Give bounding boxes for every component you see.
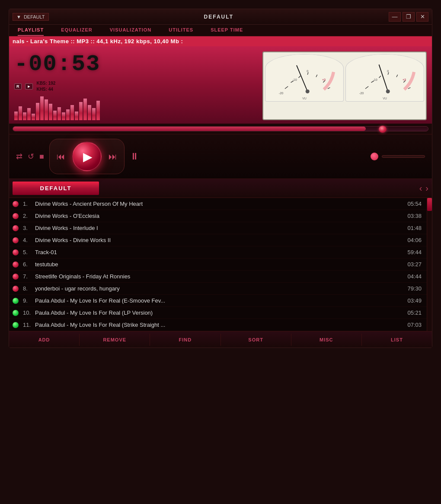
track-title: Paula Abdul - My Love Is For Real (E-Smo…	[35, 297, 402, 304]
find-button[interactable]: FIND	[150, 334, 220, 346]
list-item[interactable]: 6. testutube 03:27	[9, 258, 427, 271]
scrollbar-thumb[interactable]	[427, 198, 432, 211]
track-number: 4.	[23, 237, 35, 243]
restore-button[interactable]: ❐	[403, 12, 415, 22]
spectrum-bar	[66, 109, 70, 120]
stop-button[interactable]: ■	[39, 152, 44, 161]
volume-bar[interactable]	[382, 155, 425, 158]
khs-display: KHS: 44	[36, 86, 55, 93]
track-number: 5.	[23, 249, 35, 255]
track-dot	[13, 262, 19, 268]
track-title: Divine Works - O'Ecclesia	[35, 213, 402, 219]
vu-meter-right: -20 -10 0 +3 VU	[345, 54, 424, 102]
list-item[interactable]: 5. Track-01 59:44	[9, 246, 427, 258]
spectrum-bar	[40, 96, 44, 120]
list-item[interactable]: 2. Divine Works - O'Ecclesia 03:38	[9, 210, 427, 222]
tab-visualization[interactable]: VISUALIZATION	[110, 27, 152, 36]
spectrum-bar	[45, 99, 48, 120]
add-button[interactable]: ADD	[9, 334, 80, 346]
seek-fill	[13, 127, 366, 131]
remove-button[interactable]: REMOVE	[80, 334, 150, 346]
repeat-button[interactable]: ↺	[28, 152, 34, 161]
sort-button[interactable]: SORT	[221, 334, 291, 346]
svg-point-27	[386, 89, 390, 93]
seek-bar[interactable]	[13, 126, 428, 131]
list-item[interactable]: 3. Divine Works - Interlude I 01:48	[9, 222, 427, 234]
spectrum-bar	[32, 114, 35, 120]
next-button[interactable]: ⏭	[109, 152, 117, 162]
track-title: Paula Abdul - My Love Is For Real (LP Ve…	[35, 309, 402, 316]
pause-button[interactable]: ⏸	[130, 151, 139, 162]
minimize-button[interactable]: —	[389, 12, 401, 22]
track-dot	[13, 237, 19, 243]
track-dot	[13, 322, 19, 328]
spectrum-bar	[79, 102, 83, 120]
tab-utilites[interactable]: UTILITES	[169, 27, 193, 36]
scrollbar[interactable]	[427, 198, 432, 331]
svg-text:-10: -10	[373, 78, 377, 82]
track-dot	[13, 201, 19, 207]
transport-group: ⏮ ▶ ⏭	[49, 139, 125, 174]
svg-text:0: 0	[307, 69, 308, 73]
playlist-scroll: 1. Divine Works - Ancient Person Of My H…	[9, 198, 432, 331]
track-number: 6.	[23, 261, 35, 268]
list-item[interactable]: 1. Divine Works - Ancient Person Of My H…	[9, 198, 427, 210]
track-number: 1.	[23, 201, 35, 207]
svg-point-13	[306, 89, 310, 93]
volume-knob[interactable]	[371, 153, 378, 160]
track-duration: 03:27	[402, 261, 422, 268]
spectrum-bar	[19, 106, 22, 120]
seek-bar-container	[9, 124, 432, 134]
track-duration: 01:48	[402, 225, 422, 231]
time-display: -00:53	[14, 51, 257, 77]
spectrum-bar	[96, 101, 100, 120]
title-bar: ▼ DEFAULT DEFAULT — ❐ ✕	[9, 9, 432, 25]
tab-equalizer[interactable]: EQUALIZER	[61, 27, 93, 36]
dropdown-arrow-icon: ▼	[16, 14, 21, 19]
track-duration: 04:44	[402, 273, 422, 280]
tab-sleeptime[interactable]: SLEEP TIME	[211, 27, 243, 36]
track-duration: 05:21	[402, 309, 422, 316]
list-item[interactable]: 10. Paula Abdul - My Love Is For Real (L…	[9, 307, 427, 319]
svg-text:+3: +3	[322, 78, 326, 82]
playlist-name-button[interactable]: DEFAULT	[13, 182, 99, 195]
list-item[interactable]: 8. yonderboi - ugar records, hungary 79:…	[9, 283, 427, 295]
tab-playlist[interactable]: PLAYLIST	[18, 27, 44, 36]
svg-text:-20: -20	[279, 91, 283, 95]
list-item[interactable]: 9. Paula Abdul - My Love Is For Real (E-…	[9, 295, 427, 307]
track-dot	[13, 225, 19, 231]
spectrum-bar	[92, 108, 96, 120]
shuffle-button[interactable]: ⇄	[16, 152, 22, 161]
track-number: 2.	[23, 213, 35, 219]
track-title: Divine Works - Ancient Person Of My Hear…	[35, 201, 402, 207]
track-duration: 07:03	[402, 322, 422, 328]
play-button[interactable]: ▶	[72, 142, 102, 171]
track-duration: 03:49	[402, 297, 422, 304]
close-button[interactable]: ✕	[416, 12, 428, 22]
track-marquee: nals - Lara's Theme :: MP3 :: 44,1 kHz, …	[9, 36, 432, 46]
list-button[interactable]: LIST	[362, 334, 432, 346]
list-item[interactable]: 11. Paula Abdul - My Love Is For Real (S…	[9, 319, 427, 331]
track-title: Streetlife Originals - Friday At Ronnies	[35, 273, 402, 280]
playlist-header: DEFAULT ‹ ›	[9, 179, 432, 198]
track-number: 11.	[23, 322, 35, 328]
prev-button[interactable]: ⏮	[57, 152, 65, 162]
badge-r: R	[14, 83, 22, 89]
misc-button[interactable]: MISC	[291, 334, 362, 346]
spectrum-bar	[75, 112, 78, 120]
track-title: Divine Works - Divine Works II	[35, 237, 402, 243]
list-item[interactable]: 4. Divine Works - Divine Works II 04:06	[9, 234, 427, 246]
playlist-prev-button[interactable]: ‹	[419, 183, 422, 193]
svg-text:-20: -20	[359, 91, 364, 95]
vu-label-right: VU	[346, 97, 424, 100]
playlist-section: DEFAULT ‹ › 1. Divine Works - Ancient Pe…	[9, 179, 432, 348]
player-stats: KBS: 192 KHS: 44	[36, 80, 55, 93]
playlist-next-button[interactable]: ›	[425, 183, 428, 193]
player-left: -00:53 R ► KBS: 192 KHS: 44	[14, 51, 257, 120]
list-item[interactable]: 7. Streetlife Originals - Friday At Ronn…	[9, 271, 427, 283]
track-dot	[13, 249, 19, 255]
track-dot	[13, 298, 19, 304]
svg-text:+3: +3	[403, 78, 406, 82]
svg-text:-10: -10	[292, 78, 297, 82]
title-dropdown[interactable]: ▼ DEFAULT	[13, 13, 49, 21]
